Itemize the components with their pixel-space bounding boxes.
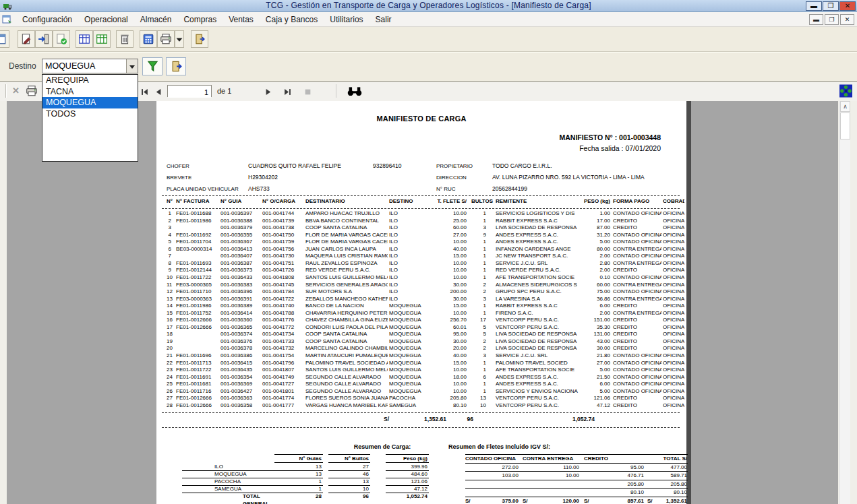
restore-button[interactable]: ❐ <box>823 1 839 11</box>
printer-icon[interactable] <box>26 85 38 97</box>
previous-page-button[interactable] <box>154 86 165 96</box>
manifest-cell: MOQUEGUA <box>388 303 430 310</box>
manifest-cell: FE01-0011681 <box>175 381 219 388</box>
window-icon-button[interactable] <box>0 30 9 48</box>
manifest-cell: 001-0041808 <box>261 274 304 282</box>
manifest-row: 18001-0036374001-0041734COOP SANTA CATAL… <box>165 331 684 338</box>
menu-item-ventas[interactable]: Ventas <box>223 13 260 26</box>
manifest-header-cell: BULTOS <box>470 198 494 206</box>
exit-toolbar-button[interactable] <box>191 30 208 48</box>
print-dropdown-button[interactable] <box>175 30 184 48</box>
scroll-up-button[interactable]: ∧ <box>840 101 850 112</box>
last-page-button[interactable] <box>283 86 294 96</box>
menu-item-compras[interactable]: Compras <box>177 13 223 26</box>
close-report-icon[interactable]: ✕ <box>12 86 20 96</box>
destino-combobox-arrow[interactable] <box>126 59 138 73</box>
stop-button[interactable] <box>303 86 314 96</box>
exit-filter-button[interactable] <box>166 57 186 75</box>
manifest-cell: SANTOS LUIS GUILLERMO MELCHOR <box>304 274 388 282</box>
manifest-cell: 16 <box>165 317 175 324</box>
close-button[interactable]: ✕ <box>839 1 856 11</box>
manifest-cell: 001-0036415 <box>219 360 261 367</box>
placa-label: PLACA UNIDAD VEHICULAR <box>167 186 239 192</box>
manifest-cell: 10 <box>470 402 494 410</box>
manifest-cell: 10 <box>165 274 175 282</box>
menu-items: ConfiguraciónOperacionalAlmacénComprasVe… <box>16 13 398 26</box>
manifest-cell: 21.50 <box>582 374 612 381</box>
table-blue-button[interactable] <box>76 30 93 48</box>
manifest-cell: 001-0041749 <box>261 374 304 381</box>
manifest-cell: 23 <box>165 367 175 374</box>
menu-item-almac-n[interactable]: Almacén <box>134 13 178 26</box>
manifest-cell: 60.01 <box>430 324 470 332</box>
manifest-cell: 9 <box>165 267 175 274</box>
verify-document-button[interactable] <box>53 30 70 48</box>
page-number-input[interactable] <box>168 87 211 98</box>
manifest-cell: SEGUNDO CALLE ALVARADO <box>304 374 388 381</box>
scrollbar-thumb[interactable] <box>840 113 850 139</box>
manifest-cell: 60.00 <box>582 282 612 289</box>
destino-combobox[interactable]: MOQUEGUA <box>42 59 138 73</box>
minimize-button[interactable]: ▬ <box>806 1 822 11</box>
manifest-cell: CONDORI LUIS PAOLA DEL PILAR <box>304 324 388 332</box>
manifest-cell: CONTADO OFICINA <box>612 274 661 282</box>
calculator-button[interactable] <box>140 30 157 48</box>
manifest-cell: 80.00 <box>582 246 612 253</box>
delete-button[interactable] <box>116 30 134 48</box>
resumen-fletes-total-cell: S/375.00 <box>465 497 519 504</box>
page-number-box[interactable] <box>167 85 212 97</box>
resumen-fletes-cell: 272.00 <box>465 464 519 472</box>
manifest-cell: 21.80 <box>582 352 612 360</box>
manifest-cell: 001-0041732 <box>261 345 304 352</box>
manifest-cell: OFICINA <box>661 381 684 388</box>
manifest-row: 11FE03-0000365001-0036383001-0041745SERV… <box>165 282 684 289</box>
manifest-cell: CONTADO OFICINA <box>612 288 661 296</box>
menu-item-salir[interactable]: Salir <box>370 13 398 26</box>
mdi-close-button[interactable]: ✕ <box>840 14 854 25</box>
manifest-cell: FE01-0011704 <box>175 239 219 246</box>
first-page-button[interactable] <box>140 86 151 96</box>
manifest-cell: ILO <box>388 296 430 303</box>
dropdown-option-todos[interactable]: TODOS <box>42 108 138 120</box>
menu-item-utilitarios[interactable]: Utilitarios <box>324 13 369 26</box>
search-binoculars-icon[interactable] <box>347 86 362 96</box>
menu-item-operacional[interactable]: Operacional <box>78 13 134 26</box>
dropdown-option-arequipa[interactable]: AREQUIPA <box>42 75 138 86</box>
next-page-button[interactable] <box>264 86 275 96</box>
dropdown-option-tacna[interactable]: TACNA <box>42 86 138 98</box>
menu-item-caja-y-bancos[interactable]: Caja y Bancos <box>260 13 324 26</box>
manifest-cell: OFICINA <box>661 367 684 374</box>
edit-document-button[interactable] <box>18 30 35 48</box>
currency-prefix: S/ <box>647 497 653 504</box>
dropdown-option-moquegua[interactable]: MOQUEGUA <box>42 97 138 108</box>
filter-button[interactable] <box>142 57 162 75</box>
save-enter-button[interactable] <box>35 30 53 48</box>
mdi-restore-button[interactable]: ❐ <box>825 14 839 25</box>
manifest-cell: 15.00 <box>430 360 470 367</box>
resumen-fletes-header-cell: TOTAL S/ <box>647 455 688 463</box>
manifest-cell: VENTCORP PERU S.A.C. <box>494 395 582 402</box>
manifest-row: 7001-0036407001-0041730MAQUERA LUIS CRIS… <box>165 253 684 260</box>
manifest-cell: CREDITO <box>612 267 661 274</box>
manifest-cell: OFICINA <box>661 352 684 360</box>
manifest-cell: GRUPO SPC PERU S.A.C. <box>494 288 582 296</box>
manifest-cell: ILO <box>388 239 430 246</box>
manifest-cell: FE01-0011696 <box>175 352 219 360</box>
menu-item-configuraci-n[interactable]: Configuración <box>16 13 78 26</box>
manifest-cell: ZEBALLOS MANCHEGO KATHERINE X <box>304 296 388 303</box>
manifest-cell: MARCELINO GALINDO CHAMBILLA <box>304 345 388 352</box>
vertical-scrollbar[interactable]: ∧ <box>839 101 850 504</box>
print-button[interactable] <box>157 30 175 48</box>
mdi-minimize-button[interactable]: ▬ <box>809 14 823 25</box>
total-value: 120.00 <box>563 497 579 504</box>
table-green-button[interactable] <box>93 30 111 48</box>
manifest-cell: OFICINA <box>661 402 684 410</box>
resumen-fletes-row: 205.80205.80 <box>465 480 688 489</box>
manifest-cell: FE01-0011986 <box>175 303 219 310</box>
manifest-cell: OFICINA <box>661 374 684 381</box>
manifest-cell: SUR MOTORS S.A <box>304 288 388 296</box>
destino-dropdown-list: AREQUIPATACNAMOQUEGUATODOS <box>42 74 138 162</box>
currency-prefix: S/ <box>465 497 471 504</box>
manifest-cell: 001-0036386 <box>219 352 261 360</box>
manifest-number: MANIFIESTO N° : 001-0003448 <box>560 133 661 141</box>
